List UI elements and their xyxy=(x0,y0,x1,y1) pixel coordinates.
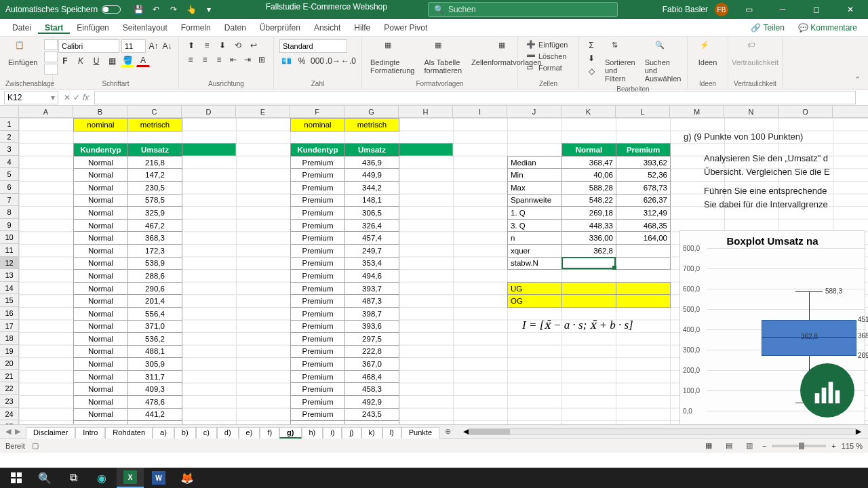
sheet-tab-Rohdaten[interactable]: Rohdaten xyxy=(105,427,153,439)
sheet-tab-j[interactable]: j) xyxy=(342,427,361,439)
qat-more-icon[interactable]: ▾ xyxy=(203,4,214,15)
sort-filter-button[interactable]: ⇅Sortieren und Filtern xyxy=(602,39,638,84)
ribbon-tab-ansicht[interactable]: Ansicht xyxy=(307,23,347,33)
autosave-toggle[interactable]: Automatisches Speichern xyxy=(0,5,126,14)
fill-color-icon[interactable]: 🪣 xyxy=(121,55,134,67)
row-header-23[interactable]: 23 xyxy=(0,395,18,408)
sheet-tab-k[interactable]: k) xyxy=(361,427,382,439)
spreadsheet-grid[interactable]: ABCDEFGHIJKLMNO 123456789101112131415161… xyxy=(0,106,868,424)
inc-decimal-icon[interactable]: .0→ xyxy=(326,55,340,67)
column-header-E[interactable]: E xyxy=(236,106,290,117)
currency-icon[interactable]: 💶 xyxy=(279,55,293,67)
find-select-button[interactable]: 🔍Suchen und Auswählen xyxy=(642,39,684,84)
sheet-tab-Intro[interactable]: Intro xyxy=(75,427,105,439)
column-header-K[interactable]: K xyxy=(561,106,616,117)
row-header-25[interactable]: 25 xyxy=(0,420,18,424)
zoom-in-icon[interactable]: + xyxy=(831,442,835,450)
row-header-6[interactable]: 6 xyxy=(0,181,18,194)
align-right-icon[interactable]: ≡ xyxy=(213,54,225,66)
user-name[interactable]: Fabio Basler xyxy=(663,5,708,14)
sheet-tab-e[interactable]: e) xyxy=(239,427,260,439)
sheet-tab-d[interactable]: d) xyxy=(217,427,239,439)
touch-icon[interactable]: 👆 xyxy=(186,4,197,15)
border-icon[interactable]: ▦ xyxy=(105,55,119,67)
taskview-icon[interactable]: ⧉ xyxy=(60,468,87,488)
column-header-F[interactable]: F xyxy=(290,106,344,117)
column-header-J[interactable]: J xyxy=(507,106,561,117)
decrease-font-icon[interactable]: A↓ xyxy=(161,40,173,52)
row-header-22[interactable]: 22 xyxy=(0,382,18,395)
view-break-icon[interactable]: ▥ xyxy=(742,440,757,452)
collapse-ribbon-icon[interactable]: ⌃ xyxy=(854,75,865,86)
search-taskbar-icon[interactable]: 🔍 xyxy=(31,468,58,488)
column-header-N[interactable]: N xyxy=(724,106,778,117)
maximize-icon[interactable]: ◻ xyxy=(803,0,830,19)
ribbon-tab-überprüfen[interactable]: Überprüfen xyxy=(253,23,307,33)
ribbon-tab-datei[interactable]: Datei xyxy=(5,23,38,33)
firefox-taskbar-icon[interactable]: 🦊 xyxy=(174,468,201,488)
paste-button[interactable]: 📋 Einfügen xyxy=(5,39,40,68)
zoom-slider[interactable] xyxy=(772,445,826,447)
select-all-corner[interactable] xyxy=(0,106,19,117)
column-header-G[interactable]: G xyxy=(344,106,399,117)
row-header-20[interactable]: 20 xyxy=(0,357,18,370)
row-header-4[interactable]: 4 xyxy=(0,156,18,169)
start-button[interactable] xyxy=(3,468,30,488)
app1-icon[interactable]: ◉ xyxy=(88,468,115,488)
formula-bar[interactable] xyxy=(94,91,856,104)
align-bottom-icon[interactable]: ⬇ xyxy=(216,39,229,52)
sheet-tab-Punkte[interactable]: Punkte xyxy=(401,427,439,439)
row-header-11[interactable]: 11 xyxy=(0,244,18,257)
ribbon-tab-hilfe[interactable]: Hilfe xyxy=(347,23,377,33)
sensitivity-button[interactable]: 🏷Vertraulichkeit xyxy=(734,39,776,68)
minimize-icon[interactable]: ─ xyxy=(769,0,796,19)
view-normal-icon[interactable]: ▦ xyxy=(701,440,716,452)
italic-icon[interactable]: K xyxy=(74,55,87,67)
row-header-13[interactable]: 13 xyxy=(0,269,18,282)
ribbon-tab-daten[interactable]: Daten xyxy=(218,23,253,33)
cells-insert-button[interactable]: ➕Einfügen xyxy=(524,39,573,50)
view-layout-icon[interactable]: ▤ xyxy=(722,440,736,452)
macro-record-icon[interactable]: ▢ xyxy=(32,441,39,450)
row-header-14[interactable]: 14 xyxy=(0,282,18,295)
tab-prev-icon[interactable]: ◀ xyxy=(5,427,11,436)
horizontal-scrollbar[interactable]: ◀▶ xyxy=(463,427,861,436)
increase-font-icon[interactable]: A↑ xyxy=(148,40,159,52)
close-icon[interactable]: ✕ xyxy=(837,0,864,19)
redo-icon[interactable]: ↷ xyxy=(168,4,179,15)
number-format-select[interactable] xyxy=(279,39,347,53)
comma-icon[interactable]: 000 xyxy=(311,55,324,67)
column-header-B[interactable]: B xyxy=(73,106,127,117)
row-header-10[interactable]: 10 xyxy=(0,231,18,244)
share-button[interactable]: 🔗 Teilen xyxy=(745,20,789,35)
user-avatar[interactable]: FB xyxy=(715,3,728,16)
cells-delete-button[interactable]: ➖Löschen xyxy=(524,51,573,62)
sheet-tab-h[interactable]: h) xyxy=(302,427,323,439)
column-header-C[interactable]: C xyxy=(127,106,182,117)
sheet-tab-f[interactable]: f) xyxy=(260,427,279,439)
align-middle-icon[interactable]: ≡ xyxy=(200,39,214,52)
sheet-tab-b[interactable]: b) xyxy=(174,427,196,439)
row-header-24[interactable]: 24 xyxy=(0,408,18,421)
bold-icon[interactable]: F xyxy=(58,55,72,67)
row-header-16[interactable]: 16 xyxy=(0,307,18,320)
column-header-A[interactable]: A xyxy=(19,106,73,117)
dec-decimal-icon[interactable]: ←.0 xyxy=(342,55,355,67)
row-header-8[interactable]: 8 xyxy=(0,206,18,219)
font-color-icon[interactable]: A xyxy=(136,55,150,67)
column-header-O[interactable]: O xyxy=(778,106,833,117)
add-sheet-icon[interactable]: ⊕ xyxy=(439,427,456,436)
ideas-button[interactable]: ⚡Ideen xyxy=(693,39,722,68)
comments-button[interactable]: 💬 Kommentare xyxy=(793,20,863,35)
sheet-tab-l[interactable]: l) xyxy=(382,427,401,439)
row-header-15[interactable]: 15 xyxy=(0,294,18,307)
font-name-input[interactable] xyxy=(58,39,119,53)
ribbon-tab-seitenlayout[interactable]: Seitenlayout xyxy=(116,23,174,33)
column-header-L[interactable]: L xyxy=(616,106,670,117)
merge-icon[interactable]: ⊞ xyxy=(256,54,268,66)
indent-inc-icon[interactable]: ⇥ xyxy=(241,54,254,66)
align-center-icon[interactable]: ≡ xyxy=(199,54,211,66)
ribbon-options-icon[interactable]: ▭ xyxy=(735,0,762,19)
word-taskbar-icon[interactable]: W xyxy=(145,468,172,488)
sheet-tab-i[interactable]: i) xyxy=(323,427,342,439)
